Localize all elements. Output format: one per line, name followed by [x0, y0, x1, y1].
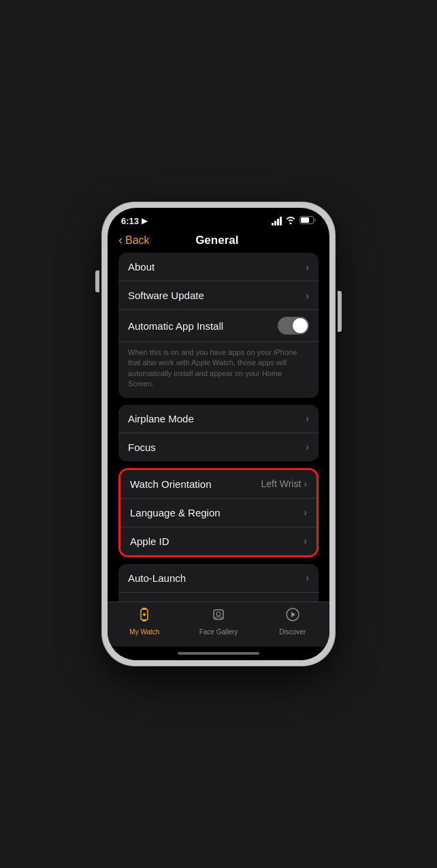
time-display: 6:13: [121, 216, 139, 226]
background-app-refresh-label: Background App Refresh: [128, 601, 306, 602]
svg-point-7: [216, 612, 221, 616]
section-general-info: About › Software Update › Automatic App …: [118, 253, 319, 398]
watch-orientation-label: Watch Orientation: [130, 478, 261, 490]
auto-launch-label: Auto-Launch: [128, 572, 306, 584]
home-bar: [178, 652, 259, 655]
tab-bar: My Watch Face Gallery: [108, 602, 329, 647]
my-watch-icon: [136, 606, 152, 627]
apple-id-label: Apple ID: [130, 536, 304, 547]
my-watch-tab-label: My Watch: [129, 628, 159, 636]
background-app-refresh-row[interactable]: Background App Refresh ›: [118, 593, 319, 602]
svg-marker-9: [291, 612, 295, 617]
airplane-mode-chevron-icon: ›: [306, 413, 309, 424]
location-icon: ▶: [142, 217, 147, 226]
auto-app-install-toggle[interactable]: [278, 317, 309, 335]
auto-launch-row[interactable]: Auto-Launch ›: [118, 564, 319, 593]
page-title: General: [150, 234, 285, 247]
svg-rect-4: [142, 619, 146, 621]
face-gallery-tab-label: Face Gallery: [199, 628, 238, 636]
software-update-row[interactable]: Software Update ›: [118, 281, 319, 310]
software-update-chevron-icon: ›: [306, 290, 309, 301]
watch-orientation-chevron-icon: ›: [304, 478, 307, 489]
content-area: About › Software Update › Automatic App …: [108, 253, 329, 602]
face-gallery-icon: [210, 606, 227, 627]
auto-launch-chevron-icon: ›: [306, 572, 309, 583]
airplane-mode-label: Airplane Mode: [128, 413, 306, 424]
auto-app-install-helper: When this is on and you have apps on you…: [118, 342, 319, 398]
svg-rect-1: [301, 217, 309, 223]
discover-icon: [285, 606, 301, 627]
apple-id-row[interactable]: Apple ID ›: [120, 527, 317, 555]
back-label: Back: [125, 234, 150, 247]
battery-icon: [300, 216, 316, 226]
software-update-label: Software Update: [128, 290, 306, 301]
phone-frame: 6:13 ▶: [102, 202, 335, 666]
wifi-icon: [285, 216, 296, 226]
about-chevron-icon: ›: [306, 262, 309, 273]
section-watch-settings: Watch Orientation Left Wrist › Language …: [118, 468, 319, 557]
watch-orientation-value: Left Wrist: [261, 478, 301, 489]
about-row[interactable]: About ›: [118, 253, 319, 281]
language-region-label: Language & Region: [130, 507, 304, 518]
apple-id-chevron-icon: ›: [304, 536, 307, 546]
auto-app-install-row[interactable]: Automatic App Install: [118, 310, 319, 342]
notch: [178, 208, 259, 224]
signal-icon: [272, 217, 282, 226]
section-app-settings: Auto-Launch › Background App Refresh ›: [118, 564, 319, 602]
focus-chevron-icon: ›: [306, 441, 309, 452]
background-app-refresh-chevron-icon: ›: [306, 601, 309, 602]
section-connectivity: Airplane Mode › Focus ›: [118, 405, 319, 461]
discover-tab-label: Discover: [279, 628, 306, 636]
watch-orientation-row[interactable]: Watch Orientation Left Wrist ›: [120, 470, 317, 499]
toggle-knob: [293, 318, 308, 333]
focus-label: Focus: [128, 441, 306, 453]
home-indicator: [108, 647, 329, 660]
back-chevron-icon: ‹: [118, 233, 123, 247]
tab-discover[interactable]: Discover: [255, 606, 329, 636]
nav-bar: ‹ Back General: [108, 229, 329, 253]
language-region-row[interactable]: Language & Region ›: [120, 499, 317, 527]
about-label: About: [128, 261, 306, 273]
svg-point-5: [143, 613, 146, 616]
svg-rect-3: [142, 608, 146, 610]
tab-face-gallery[interactable]: Face Gallery: [182, 606, 256, 636]
tab-my-watch[interactable]: My Watch: [108, 606, 182, 636]
auto-app-install-label: Automatic App Install: [128, 320, 278, 332]
focus-row[interactable]: Focus ›: [118, 433, 319, 461]
back-button[interactable]: ‹ Back: [118, 233, 150, 247]
language-region-chevron-icon: ›: [304, 507, 307, 518]
phone-screen: 6:13 ▶: [108, 208, 329, 660]
airplane-mode-row[interactable]: Airplane Mode ›: [118, 405, 319, 433]
